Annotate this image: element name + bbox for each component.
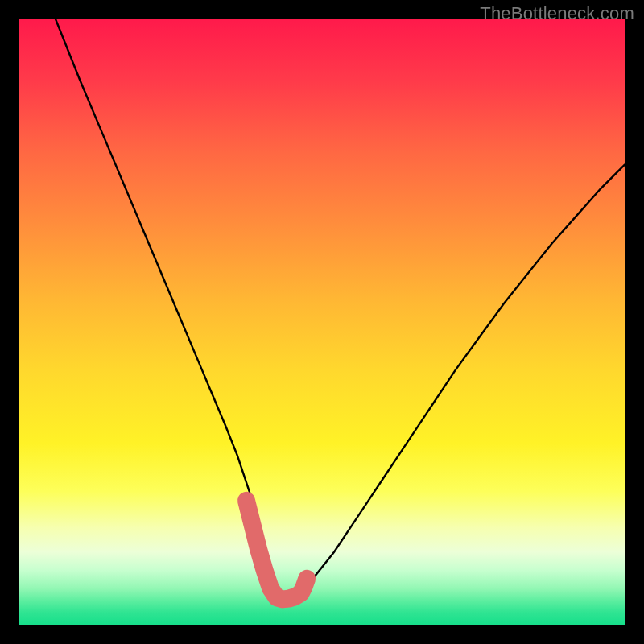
chart-plot-area (19, 19, 625, 625)
bottleneck-curve-path (56, 19, 625, 597)
chart-svg (19, 19, 625, 625)
valley-marker-path (246, 501, 307, 600)
